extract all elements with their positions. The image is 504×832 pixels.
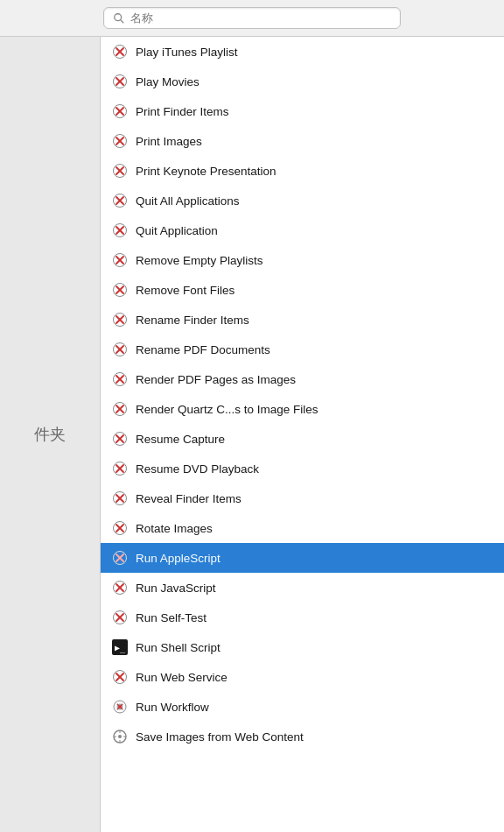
item-icon-compass [111, 728, 129, 745]
list-item[interactable]: Rotate Images [101, 513, 504, 543]
item-label: Play Movies [136, 75, 200, 88]
item-icon-gear-x [111, 102, 129, 120]
item-icon-gear-x [111, 341, 129, 358]
item-icon-gear-x [111, 460, 129, 477]
item-icon-gear-x [111, 311, 129, 328]
svg-point-0 [115, 13, 122, 20]
item-icon-gear-x [111, 668, 129, 686]
item-icon-gear-x [111, 609, 129, 626]
item-label: Resume DVD Playback [136, 462, 259, 476]
item-label: Run JavaScript [136, 582, 216, 595]
list-item[interactable]: Reveal Finder Items [101, 483, 504, 513]
list-item[interactable]: Run Web Service [101, 662, 504, 692]
list-item[interactable]: Resume Capture [101, 424, 504, 454]
item-icon-gear-x [111, 370, 129, 388]
sidebar-label: 件夹 [34, 424, 66, 445]
item-icon-gear-x [111, 73, 129, 90]
item-label: Play iTunes Playlist [136, 46, 238, 59]
list-panel[interactable]: Play iTunes Playlist Play Movies Print F… [101, 37, 504, 832]
list-item[interactable]: Render PDF Pages as Images [101, 364, 504, 394]
list-item[interactable]: Play Movies [101, 67, 504, 96]
list-item[interactable]: Play iTunes Playlist [101, 37, 504, 67]
item-icon-gear-x [111, 222, 129, 239]
item-label: Run Shell Script [136, 641, 220, 654]
item-icon-gear-x [111, 192, 129, 209]
item-icon-gear-x [111, 400, 129, 418]
item-icon-gear-x [111, 162, 129, 180]
item-label: Remove Font Files [136, 284, 234, 297]
item-icon-gear-x [111, 43, 129, 60]
list-item[interactable]: ▶_ Run Shell Script [101, 632, 504, 662]
list-item[interactable]: Run Self-Test [101, 603, 504, 632]
item-label: Save Images from Web Content [136, 730, 304, 744]
search-input[interactable] [130, 11, 391, 25]
list-item[interactable]: Quit All Applications [101, 186, 504, 215]
list-item[interactable]: Run JavaScript [101, 573, 504, 603]
item-label: Rename Finder Items [136, 314, 249, 327]
item-label: Reveal Finder Items [136, 492, 242, 505]
list-item[interactable]: Run AppleScript [101, 543, 504, 573]
list-item[interactable]: Rename PDF Documents [101, 335, 504, 364]
item-icon-gear-x [111, 281, 129, 299]
list-item[interactable]: Resume DVD Playback [101, 454, 504, 483]
item-icon-gear-x [111, 579, 129, 596]
item-icon-workflow [111, 698, 129, 716]
list-item[interactable]: Print Images [101, 126, 504, 156]
sidebar: 件夹 [0, 37, 101, 832]
item-icon-gear-x [111, 549, 129, 567]
item-label: Quit Application [136, 224, 218, 237]
list-item[interactable]: Remove Empty Playlists [101, 245, 504, 275]
item-label: Run Web Service [136, 671, 228, 684]
item-label: Run Self-Test [136, 611, 206, 624]
item-label: Render PDF Pages as Images [136, 373, 296, 386]
item-icon-gear-x [111, 519, 129, 537]
item-label: Print Finder Items [136, 105, 229, 118]
item-label: Print Keynote Presentation [136, 165, 276, 178]
item-label: Print Images [136, 135, 202, 148]
main-content: 件夹 Play iTunes Playlist Play Movies Prin… [0, 37, 504, 832]
item-label: Resume Capture [136, 433, 225, 446]
list-item[interactable]: Quit Application [101, 215, 504, 245]
item-label: Run Workflow [136, 701, 209, 714]
item-label: Run AppleScript [136, 552, 220, 565]
svg-line-1 [121, 19, 124, 23]
list-item[interactable]: Rename Finder Items [101, 305, 504, 335]
item-label: Rotate Images [136, 522, 213, 535]
item-label: Quit All Applications [136, 194, 240, 208]
item-label: Remove Empty Playlists [136, 254, 263, 267]
item-label: Rename PDF Documents [136, 343, 270, 356]
item-label: Render Quartz C...s to Image Files [136, 403, 318, 416]
svg-point-72 [118, 735, 122, 738]
list-item[interactable]: Render Quartz C...s to Image Files [101, 394, 504, 424]
item-icon-terminal: ▶_ [111, 638, 129, 656]
item-icon-gear-x [111, 132, 129, 150]
list-item[interactable]: Print Keynote Presentation [101, 156, 504, 186]
item-icon-gear-x [111, 430, 129, 448]
item-icon-gear-x [111, 490, 129, 507]
svg-text:▶_: ▶_ [115, 643, 126, 653]
list-item[interactable]: Run Workflow [101, 692, 504, 722]
list-item[interactable]: Save Images from Web Content [101, 722, 504, 751]
list-item[interactable]: Remove Font Files [101, 275, 504, 305]
search-icon [113, 12, 125, 25]
item-icon-gear-x [111, 251, 129, 269]
list-item[interactable]: Print Finder Items [101, 96, 504, 126]
search-bar [0, 0, 504, 37]
